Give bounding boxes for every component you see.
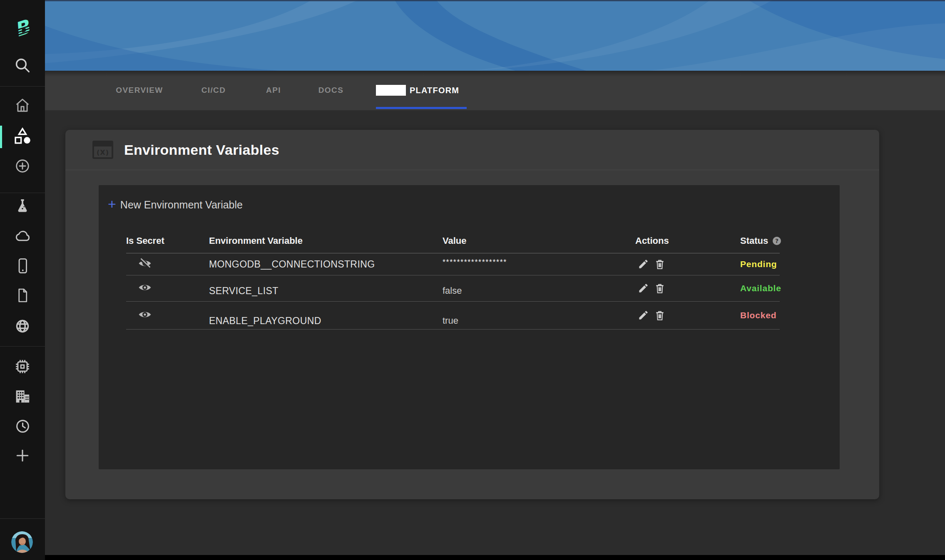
sidebar-item-home[interactable]	[0, 94, 45, 118]
sidebar-item-mobile[interactable]	[0, 255, 45, 278]
tab-api[interactable]: API	[266, 86, 281, 95]
plus-icon: +	[108, 197, 116, 211]
sidebar-item-add-circle[interactable]	[0, 155, 45, 178]
status-help-icon[interactable]: ?	[772, 236, 781, 245]
table-row: MONGODB__CONNECTIONSTRING **************…	[126, 253, 780, 275]
variables-card: + New Environment Variable Is Secret Env…	[99, 185, 840, 469]
svg-text:?: ?	[775, 238, 778, 244]
new-environment-variable-link[interactable]: + New Environment Variable	[108, 198, 243, 212]
variable-name: SERVICE_LIST	[209, 285, 279, 297]
sidebar-item-flask[interactable]	[0, 195, 45, 218]
svg-text:(X): (X)	[97, 149, 109, 156]
env-window-icon: (X)	[92, 141, 113, 159]
sidebar-divider	[0, 86, 45, 87]
edit-icon[interactable]	[638, 310, 649, 321]
app-window: B	[0, 0, 945, 560]
sidebar-item-cloud[interactable]	[0, 225, 45, 248]
sidebar-item-document[interactable]	[0, 285, 45, 308]
shapes-icon	[13, 127, 32, 147]
user-avatar-image	[11, 531, 33, 553]
col-header-status: Status	[740, 235, 768, 246]
sidebar-item-add[interactable]	[0, 445, 45, 468]
user-avatar[interactable]	[11, 531, 33, 553]
home-icon	[15, 97, 30, 115]
new-environment-variable-label: New Environment Variable	[120, 199, 243, 211]
banner-artwork	[45, 0, 945, 71]
delete-icon[interactable]	[654, 282, 666, 294]
panel-header: (X) Environment Variables	[65, 130, 879, 170]
sidebar-item-organization[interactable]	[0, 386, 45, 409]
sidebar-item-chip[interactable]	[0, 356, 45, 379]
sidebar-item-search[interactable]	[0, 55, 45, 78]
document-icon	[15, 287, 30, 305]
cloud-icon	[14, 228, 31, 246]
hero-banner	[45, 0, 945, 71]
status-badge: Blocked	[740, 310, 776, 320]
environment-variables-table: Is Secret Environment Variable Value Act…	[126, 229, 780, 330]
chip-icon	[15, 359, 30, 376]
stack-logo-icon: B	[11, 17, 34, 42]
col-header-environment-variable: Environment Variable	[209, 235, 443, 246]
sidebar-item-shapes[interactable]	[0, 125, 45, 149]
sidebar-item-logo[interactable]: B	[0, 17, 45, 42]
sidebar-divider	[0, 518, 45, 519]
sidebar-divider	[0, 193, 45, 193]
bottom-edge-bar	[0, 555, 945, 560]
table-row: SERVICE_LIST false	[126, 275, 780, 302]
add-circle-icon	[15, 158, 30, 176]
organization-icon	[14, 389, 31, 406]
flask-icon	[15, 198, 30, 216]
redacted-label-block	[376, 85, 406, 96]
col-header-value: Value	[443, 235, 634, 246]
status-badge: Available	[740, 283, 781, 293]
active-tab-underline	[376, 107, 467, 109]
tab-cicd[interactable]: CI/CD	[201, 86, 226, 95]
tab-overview[interactable]: OVERVIEW	[116, 86, 163, 95]
eye-off-icon[interactable]	[138, 263, 152, 270]
delete-icon[interactable]	[654, 258, 666, 270]
eye-icon[interactable]	[138, 314, 152, 321]
variable-value-masked: ******************	[443, 258, 507, 267]
search-icon	[14, 57, 31, 75]
sidebar-item-history[interactable]	[0, 415, 45, 439]
mobile-icon	[15, 258, 30, 276]
variable-name: ENABLE_PLAYGROUND	[209, 315, 321, 327]
tab-platform-label: PLATFORM	[410, 86, 459, 95]
edit-icon[interactable]	[638, 282, 649, 294]
sidebar-divider	[0, 346, 45, 347]
variable-value: true	[443, 315, 458, 326]
environment-variables-panel: (X) Environment Variables + New Environm…	[65, 130, 879, 499]
history-clock-icon	[15, 419, 30, 436]
table-header-row: Is Secret Environment Variable Value Act…	[126, 229, 780, 253]
variable-name: MONGODB__CONNECTIONSTRING	[209, 259, 443, 270]
tab-platform[interactable]: PLATFORM	[376, 85, 459, 96]
delete-icon[interactable]	[654, 310, 666, 321]
tab-bar: OVERVIEW CI/CD API DOCS PLATFORM	[45, 71, 945, 110]
tab-docs[interactable]: DOCS	[318, 86, 344, 95]
globe-icon	[15, 319, 30, 335]
status-badge: Pending	[740, 259, 777, 269]
sidebar: B	[0, 0, 45, 560]
table-row: ENABLE_PLAYGROUND true	[126, 302, 780, 330]
col-header-actions: Actions	[635, 235, 740, 246]
panel-title: Environment Variables	[124, 142, 279, 158]
edit-icon[interactable]	[638, 258, 649, 270]
sidebar-item-globe[interactable]	[0, 315, 45, 339]
add-icon	[15, 448, 30, 464]
variable-value: false	[443, 285, 462, 296]
eye-icon[interactable]	[138, 287, 152, 294]
col-header-is-secret: Is Secret	[126, 235, 209, 246]
